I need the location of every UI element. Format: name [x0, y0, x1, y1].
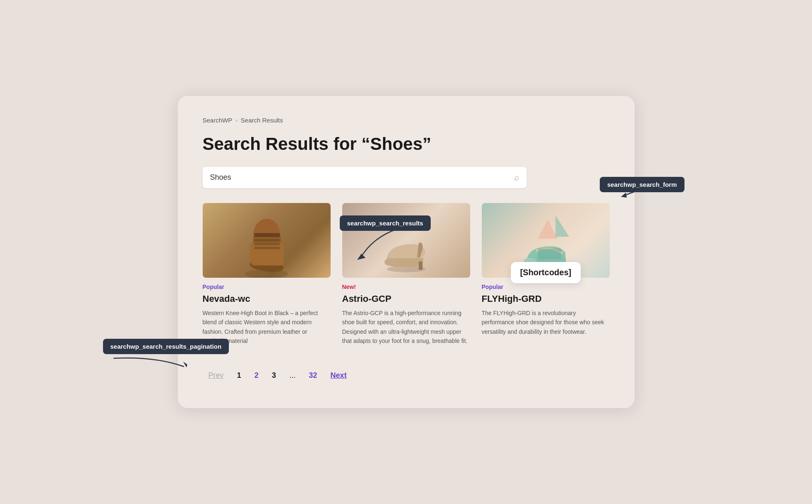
- search-input[interactable]: [210, 173, 514, 182]
- card-image-1: [203, 203, 331, 278]
- main-container: SearchWP › Search Results Search Results…: [178, 96, 635, 409]
- pagination-page-2[interactable]: 2: [249, 368, 265, 383]
- pagination-ellipsis: ...: [284, 368, 302, 383]
- card-badge-1: Popular: [203, 284, 331, 290]
- card-description-2: The Astrio-GCP is a high-performance run…: [342, 308, 470, 346]
- search-form: ⌕: [203, 167, 527, 188]
- pagination-prev[interactable]: Prev: [203, 368, 230, 383]
- page-title: Search Results for “Shoes”: [203, 134, 610, 154]
- card-title-3[interactable]: FLYHigh-GRD: [482, 294, 610, 304]
- card-image-2: [342, 203, 470, 278]
- svg-rect-12: [538, 248, 561, 259]
- tooltip-search-results: searchwp_search_results: [340, 215, 431, 231]
- breadcrumb: SearchWP › Search Results: [203, 117, 610, 124]
- card-title-2[interactable]: Astrio-GCP: [342, 294, 470, 304]
- svg-rect-4: [254, 239, 280, 241]
- tooltip-pagination: searchwp_search_results_pagination: [103, 339, 229, 354]
- svg-marker-13: [538, 219, 557, 239]
- breadcrumb-current: Search Results: [241, 117, 283, 124]
- pagination-page-3[interactable]: 3: [266, 368, 282, 383]
- pagination-page-last[interactable]: 32: [303, 368, 323, 383]
- tooltip-shortcodes: [Shortcodes]: [511, 262, 580, 283]
- svg-rect-6: [254, 247, 280, 249]
- breadcrumb-home[interactable]: SearchWP: [203, 117, 233, 124]
- svg-marker-17: [183, 362, 187, 367]
- svg-rect-5: [254, 243, 280, 245]
- svg-marker-14: [555, 215, 569, 237]
- svg-marker-16: [621, 193, 627, 198]
- svg-rect-9: [419, 261, 422, 270]
- result-card-1: Popular Nevada-wc Western Knee-High Boot…: [203, 203, 331, 346]
- card-title-1[interactable]: Nevada-wc: [203, 294, 331, 304]
- card-description-3: The FLYHigh-GRD is a revolutionary perfo…: [482, 308, 610, 336]
- card-badge-3: Popular: [482, 284, 610, 290]
- pagination-page-1[interactable]: 1: [231, 368, 247, 383]
- svg-rect-3: [254, 233, 280, 237]
- tooltip-search-form: searchwp_search_form: [600, 177, 684, 192]
- breadcrumb-separator: ›: [236, 117, 237, 123]
- pagination-next[interactable]: Next: [325, 368, 353, 383]
- search-icon[interactable]: ⌕: [514, 173, 519, 182]
- card-badge-2: New!: [342, 284, 470, 290]
- svg-point-8: [384, 258, 398, 266]
- pagination: Prev 1 2 3 ... 32 Next: [203, 364, 610, 383]
